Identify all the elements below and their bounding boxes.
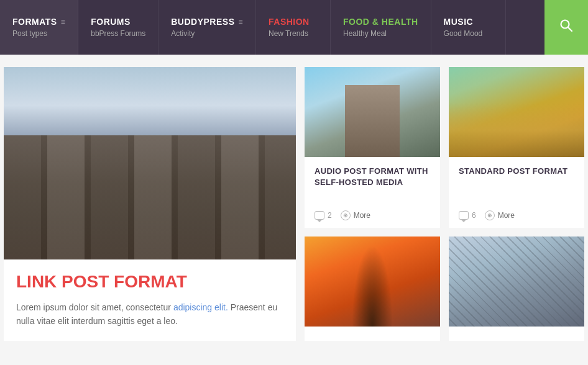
card-1-more-label: More — [354, 211, 370, 220]
svg-line-1 — [568, 27, 572, 31]
card-1-comment-count: 2 — [328, 211, 332, 220]
comment-icon — [315, 211, 324, 220]
card-2-more[interactable]: ⊕ More — [485, 210, 515, 220]
card-1-meta: 2 ⊕ More — [315, 210, 430, 220]
music-sublabel: Good Mood — [444, 29, 493, 38]
large-post-title-link[interactable]: LINK POST FORMAT — [16, 272, 187, 291]
fashion-sublabel: New Trends — [269, 29, 318, 38]
excerpt-text: Lorem ipsum dolor sit amet, consectetur — [16, 302, 173, 312]
more-icon: ⊕ — [341, 210, 351, 220]
nav-item-food[interactable]: FOOD & HEALTH Healthy Meal — [331, 0, 431, 55]
card-2-comments[interactable]: 6 — [459, 211, 476, 220]
search-icon — [559, 19, 573, 36]
nav-item-formats[interactable]: FORMATS ≡ Post types — [0, 0, 78, 55]
card-2-body: STANDARD POST FORMAT 6 ⊕ More — [449, 157, 584, 228]
post-card-4 — [449, 237, 584, 341]
card-1-more[interactable]: ⊕ More — [341, 210, 370, 220]
card-1-title[interactable]: AUDIO POST FORMAT WITH SELF-HOSTED MEDIA — [315, 166, 430, 188]
music-label: MUSIC — [444, 17, 474, 27]
nav-item-music[interactable]: MUSIC Good Mood — [431, 0, 506, 55]
buddypress-sublabel: Activity — [171, 29, 243, 38]
formats-sublabel: Post types — [12, 29, 65, 38]
post-card-3 — [305, 237, 440, 341]
large-post-title[interactable]: LINK POST FORMAT — [16, 272, 283, 292]
large-post-excerpt: Lorem ipsum dolor sit amet, consectetur … — [16, 300, 283, 328]
large-post-image — [4, 67, 296, 259]
main-navigation: FORMATS ≡ Post types FORUMS bbPress Foru… — [0, 0, 588, 55]
card-2-more-label: More — [498, 211, 515, 220]
card-2-title[interactable]: STANDARD POST FORMAT — [459, 166, 574, 177]
post-card-1: AUDIO POST FORMAT WITH SELF-HOSTED MEDIA… — [305, 67, 440, 228]
comment-icon-2 — [459, 211, 469, 220]
card-2-image — [449, 67, 584, 157]
fashion-label: FASHION — [269, 17, 310, 27]
post-grid: AUDIO POST FORMAT WITH SELF-HOSTED MEDIA… — [305, 67, 584, 341]
card-2-comment-count: 6 — [472, 211, 476, 220]
food-label: FOOD & HEALTH — [343, 17, 418, 27]
card-1-body: AUDIO POST FORMAT WITH SELF-HOSTED MEDIA… — [305, 157, 440, 228]
forums-label: FORUMS — [91, 17, 131, 27]
post-card-2: STANDARD POST FORMAT 6 ⊕ More — [449, 67, 584, 228]
formats-label: FORMATS — [12, 17, 57, 27]
more-icon-2: ⊕ — [485, 210, 495, 220]
card-3-image — [305, 237, 440, 327]
content-area: LINK POST FORMAT Lorem ipsum dolor sit a… — [0, 55, 588, 353]
food-sublabel: Healthy Meal — [343, 29, 418, 38]
excerpt-link[interactable]: adipiscing elit. — [173, 302, 228, 312]
card-1-image — [305, 67, 440, 157]
buddypress-label: BUDDYPRESS — [171, 17, 234, 27]
search-button[interactable] — [544, 0, 588, 55]
nav-item-fashion[interactable]: FASHION New Trends — [256, 0, 331, 55]
card-4-image — [449, 237, 584, 327]
card-1-comments[interactable]: 2 — [315, 211, 332, 220]
buddypress-menu-icon: ≡ — [238, 17, 243, 26]
formats-menu-icon: ≡ — [61, 17, 66, 26]
large-post-body: LINK POST FORMAT Lorem ipsum dolor sit a… — [4, 259, 296, 341]
forums-sublabel: bbPress Forums — [91, 29, 145, 38]
large-post-card: LINK POST FORMAT Lorem ipsum dolor sit a… — [4, 67, 296, 341]
nav-item-forums[interactable]: FORUMS bbPress Forums — [78, 0, 158, 55]
nav-item-buddypress[interactable]: BUDDYPRESS ≡ Activity — [158, 0, 256, 55]
card-2-meta: 6 ⊕ More — [459, 210, 574, 220]
